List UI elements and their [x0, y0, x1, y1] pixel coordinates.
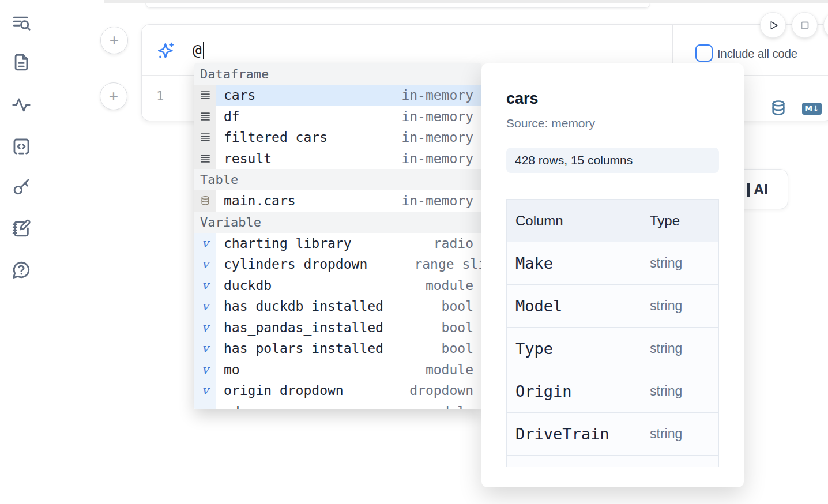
- column-name-cell: [507, 456, 641, 467]
- autocomplete-popup: Dataframe carsin-memory dfin-memory filt…: [194, 63, 481, 409]
- key-icon[interactable]: [10, 176, 32, 198]
- item-name: result: [216, 151, 272, 166]
- help-chat-icon[interactable]: [10, 259, 32, 281]
- autocomplete-item-df[interactable]: dfin-memory: [194, 106, 481, 127]
- autocomplete-item-main-cars[interactable]: main.carsin-memory: [194, 190, 481, 212]
- item-name: df: [216, 109, 240, 124]
- include-all-code-checkbox[interactable]: [695, 44, 713, 62]
- add-cell-below-button[interactable]: +: [100, 82, 127, 110]
- autocomplete-item-result[interactable]: resultin-memory: [194, 148, 481, 170]
- column-header: Column: [507, 200, 641, 242]
- item-name: has_pandas_installed: [216, 320, 383, 335]
- table-row: DriveTrain string: [507, 413, 719, 456]
- scratchpad-search-icon[interactable]: [10, 13, 32, 35]
- table-row: Make string: [507, 242, 719, 285]
- activity-icon[interactable]: [10, 95, 32, 116]
- item-name: has_polars_installed: [216, 341, 383, 356]
- autocomplete-item-cars[interactable]: carsin-memory: [194, 85, 481, 106]
- variable-icon: v: [194, 254, 216, 275]
- sparkles-ai-icon: [157, 42, 175, 60]
- item-type: in-memory: [401, 88, 481, 103]
- item-type: in-memory: [401, 130, 481, 145]
- item-name: pd: [216, 404, 240, 409]
- datasource-database-icon[interactable]: [770, 100, 786, 116]
- column-name-cell: Type: [507, 328, 641, 370]
- item-type: in-memory: [401, 109, 481, 124]
- column-type-cell: string: [641, 370, 719, 413]
- column-type-cell: [641, 456, 719, 467]
- dataframe-rows-icon: [194, 127, 216, 148]
- item-type: bool: [442, 341, 481, 356]
- variable-icon: v: [194, 296, 216, 317]
- item-type: radio: [434, 236, 481, 251]
- item-type: module: [426, 278, 481, 293]
- item-type: module: [426, 362, 481, 377]
- add-cell-above-button[interactable]: +: [100, 27, 128, 54]
- table-database-icon: [194, 190, 216, 212]
- square-code-icon[interactable]: [10, 136, 32, 158]
- ai-card-label: AI: [754, 181, 768, 198]
- column-name-cell: DriveTrain: [507, 413, 641, 456]
- autocomplete-item-origin-dropdown[interactable]: v origin_dropdowndropdown: [194, 380, 481, 401]
- item-type: bool: [442, 299, 481, 314]
- item-name: main.cars: [216, 193, 296, 208]
- notebook-pen-icon[interactable]: [10, 218, 32, 240]
- preview-shape-badge: 428 rows, 15 columns: [506, 148, 719, 173]
- item-name: charting_library: [216, 236, 352, 251]
- previous-cell-bottom-edge: [145, 3, 650, 8]
- variable-icon: v: [194, 275, 216, 296]
- notebook-screen: + + @ Include all code 1 M↓ AI Dataframe: [0, 0, 828, 504]
- column-name-cell: Model: [507, 285, 641, 328]
- autocomplete-item-filtered-cars[interactable]: filtered_carsin-memory: [194, 127, 481, 148]
- preview-schema-table: Column Type Make string Model string Typ…: [506, 199, 719, 467]
- autocomplete-item-has-pandas-installed[interactable]: v has_pandas_installedbool: [194, 317, 481, 338]
- section-header-table: Table: [194, 169, 481, 190]
- table-row: Origin string: [507, 370, 719, 413]
- variable-icon: v: [194, 380, 216, 401]
- item-type: bool: [442, 320, 481, 335]
- autocomplete-item-charting-library[interactable]: v charting_libraryradio: [194, 233, 481, 254]
- file-text-icon[interactable]: [10, 52, 32, 74]
- play-icon: [767, 19, 780, 32]
- autocomplete-item-has-duckdb-installed[interactable]: v has_duckdb_installedbool: [194, 296, 481, 317]
- column-type-cell: string: [641, 285, 719, 328]
- item-type: dropdown: [409, 383, 481, 398]
- item-type: range_sli: [414, 257, 481, 272]
- stop-square-icon: [799, 19, 811, 32]
- preview-title: cars: [506, 90, 719, 108]
- autocomplete-item-partial[interactable]: v pdmodule: [194, 401, 481, 410]
- autocomplete-item-duckdb[interactable]: v duckdbmodule: [194, 275, 481, 296]
- table-row-partial: [507, 456, 719, 467]
- item-name: cars: [216, 88, 255, 103]
- variable-icon: v: [194, 359, 216, 381]
- autocomplete-item-has-polars-installed[interactable]: v has_polars_installedbool: [194, 338, 481, 359]
- include-all-code-label[interactable]: Include all code: [717, 47, 797, 61]
- item-name: mo: [216, 362, 240, 377]
- column-type-cell: string: [641, 413, 719, 456]
- preview-source: Source: memory: [506, 116, 719, 130]
- item-type: in-memory: [401, 151, 481, 166]
- item-name: cylinders_dropdown: [216, 257, 367, 272]
- markdown-convert-icon[interactable]: M↓: [802, 103, 822, 115]
- stop-button[interactable]: [792, 12, 818, 38]
- run-cell-button[interactable]: [760, 12, 786, 38]
- table-header-row: Column Type: [507, 200, 719, 242]
- dataframe-rows-icon: [194, 106, 216, 127]
- item-name: filtered_cars: [216, 130, 328, 145]
- autocomplete-item-cylinders-dropdown[interactable]: v cylinders_dropdownrange_sli: [194, 254, 481, 275]
- column-name-cell: Make: [507, 242, 641, 285]
- section-header-variable: Variable: [194, 212, 481, 233]
- column-type-cell: string: [641, 328, 719, 370]
- section-header-dataframe: Dataframe: [194, 63, 481, 85]
- autocomplete-item-mo[interactable]: v momodule: [194, 359, 481, 381]
- dataframe-rows-icon: [194, 148, 216, 170]
- variable-icon: v: [194, 317, 216, 338]
- ai-prompt-input[interactable]: @: [193, 42, 202, 59]
- variable-icon: v: [194, 401, 216, 410]
- item-type: in-memory: [401, 193, 481, 208]
- table-row: Model string: [507, 285, 719, 328]
- preview-table-wrapper: Column Type Make string Model string Typ…: [506, 199, 719, 467]
- clipped-letter-fragment: [747, 183, 750, 197]
- dataframe-preview-panel: cars Source: memory 428 rows, 15 columns…: [481, 63, 744, 487]
- column-name-cell: Origin: [507, 370, 641, 413]
